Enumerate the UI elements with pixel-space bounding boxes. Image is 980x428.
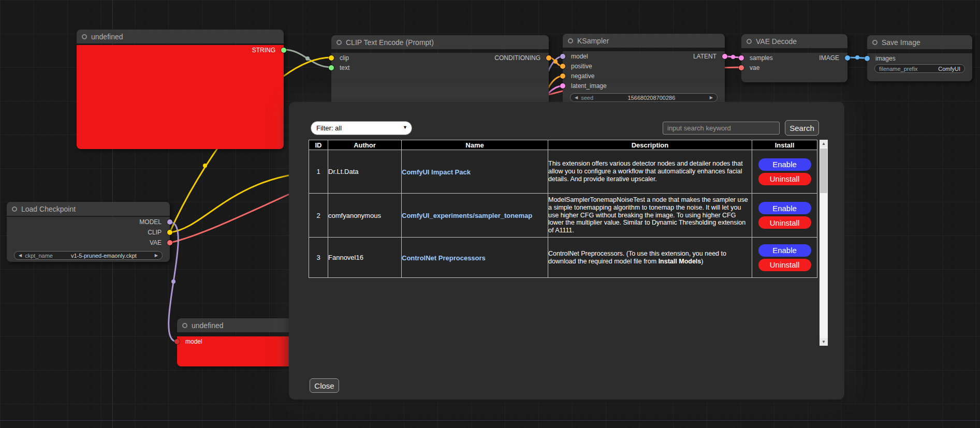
node-vae-decode[interactable]: VAE Decode samples IMAGE vae (741, 34, 847, 82)
cell-id: 1 (309, 150, 328, 194)
package-link[interactable]: ControlNet Preprocessors (402, 254, 486, 262)
search-button[interactable]: Search (785, 120, 819, 136)
input-pin-images[interactable] (865, 56, 870, 61)
filter-select[interactable]: Filter: all (311, 121, 412, 135)
node-ksampler-header[interactable]: KSampler (563, 34, 725, 48)
node-title: undefined (91, 33, 123, 41)
cell-install: Enable Uninstall (752, 194, 817, 238)
node-ksampler[interactable]: KSampler model LATENT positive negative … (563, 34, 725, 110)
link-midpoint-dot (203, 164, 207, 168)
slot-label-conditioning: CONDITIONING (494, 54, 540, 62)
slot-label-vae: vae (750, 64, 759, 71)
node-save-image-body: images filename_prefix ComfyUI (867, 53, 972, 81)
node-load-checkpoint[interactable]: Load Checkpoint MODEL CLIP VAE ◀ ckpt_na… (7, 202, 170, 262)
uninstall-button[interactable]: Uninstall (758, 173, 811, 185)
uninstall-button[interactable]: Uninstall (758, 216, 811, 229)
slot-label-latent: LATENT (693, 53, 716, 60)
filter-select-wrap: Filter: all ▼ (311, 121, 412, 135)
uninstall-button[interactable]: Uninstall (758, 259, 811, 271)
slot-label-negative: negative (571, 72, 594, 80)
node-load-checkpoint-header[interactable]: Load Checkpoint (7, 202, 170, 216)
link-midpoint-dot (305, 56, 310, 61)
node-clip-text-encode-header[interactable]: CLIP Text Encode (Prompt) (331, 35, 549, 49)
column-header-id: ID (309, 140, 328, 150)
scrollbar-thumb[interactable] (820, 149, 827, 193)
scrollbar-track[interactable]: ▲ ▼ (820, 140, 828, 346)
custom-nodes-dialog: Filter: all ▼ Search ID Author Name Desc… (289, 102, 844, 400)
input-pin-model[interactable] (560, 54, 565, 59)
input-pin-samples[interactable] (739, 55, 744, 61)
node-vae-decode-header[interactable]: VAE Decode (741, 34, 847, 48)
scroll-up-icon[interactable]: ▲ (820, 140, 828, 147)
package-link[interactable]: ComfyUI Impact Pack (402, 168, 471, 176)
search-input[interactable] (663, 122, 780, 135)
input-pin-model[interactable] (174, 339, 180, 344)
slot-label-samples: samples (750, 54, 773, 62)
input-pin-positive[interactable] (560, 64, 565, 69)
output-pin-latent[interactable] (722, 54, 727, 59)
column-header-author: Author (328, 140, 402, 150)
node-load-checkpoint-body: MODEL CLIP VAE ◀ ckpt_name v1-5-pruned-e… (7, 217, 170, 262)
seed-widget[interactable]: ◀ seed 156680208700286 ▶ (570, 93, 718, 102)
table-row: 2 comfyanonymous ComfyUI_experiments/sam… (309, 194, 817, 238)
slot-label-clip-out: CLIP (148, 229, 162, 236)
slot-label-image: IMAGE (819, 54, 839, 62)
output-pin-string[interactable] (281, 48, 286, 53)
cell-author: Dr.Lt.Data (328, 150, 402, 194)
link-midpoint-dot (855, 55, 859, 60)
node-undefined-bottom[interactable]: undefined model (177, 318, 292, 366)
enable-button[interactable]: Enable (758, 158, 811, 171)
output-pin-image[interactable] (845, 55, 850, 61)
column-header-description: Description (548, 140, 752, 150)
filename-prefix-widget[interactable]: filename_prefix ComfyUI (874, 64, 965, 73)
node-title: undefined (192, 321, 224, 330)
slot-label-vae-out: VAE (150, 239, 162, 246)
node-undefined-top-header[interactable]: undefined (77, 29, 284, 43)
cell-author: comfyanonymous (328, 194, 402, 238)
decrement-icon[interactable]: ◀ (19, 254, 22, 258)
input-pin-vae[interactable] (739, 65, 744, 70)
node-canvas[interactable]: undefined STRING CLIP Text Encode (Promp… (0, 0, 980, 428)
cell-description: This extension offers various detector n… (548, 150, 752, 194)
slot-label-positive: positive (571, 63, 592, 70)
link-midpoint-dot (731, 55, 735, 59)
node-title: CLIP Text Encode (Prompt) (346, 38, 434, 47)
cell-install: Enable Uninstall (752, 150, 817, 194)
scroll-down-icon[interactable]: ▼ (820, 338, 828, 346)
input-pin-clip[interactable] (329, 55, 334, 61)
node-status-icon (568, 38, 573, 43)
node-save-image-header[interactable]: Save Image (867, 35, 972, 49)
slot-label-model-out: MODEL (139, 218, 162, 226)
node-status-icon (182, 323, 187, 328)
close-button[interactable]: Close (310, 378, 339, 393)
cell-description: ModelSamplerTonemapNoiseTest a node that… (548, 194, 752, 238)
ckpt-name-value: v1-5-pruned-emaonly.ckpt (56, 253, 152, 259)
cell-author: Fannovel16 (328, 238, 402, 278)
slot-label-text: text (340, 64, 349, 71)
increment-icon[interactable]: ▶ (710, 96, 713, 100)
node-clip-text-encode[interactable]: CLIP Text Encode (Prompt) clip CONDITION… (331, 35, 549, 112)
bold-install-models: Install Models (659, 258, 701, 265)
node-undefined-top[interactable]: undefined STRING (77, 29, 284, 149)
package-link[interactable]: ComfyUI_experiments/sampler_tonemap (402, 212, 532, 219)
ckpt-name-widget[interactable]: ◀ ckpt_name v1-5-pruned-emaonly.ckpt ▶ (14, 251, 163, 260)
node-title: VAE Decode (756, 37, 797, 46)
decrement-icon[interactable]: ◀ (575, 96, 578, 100)
node-undefined-bottom-header[interactable]: undefined (177, 318, 292, 332)
output-pin-clip[interactable] (167, 230, 172, 235)
input-pin-text[interactable] (329, 65, 334, 70)
output-pin-vae[interactable] (167, 240, 172, 245)
enable-button[interactable]: Enable (758, 244, 811, 257)
input-pin-latent-image[interactable] (560, 83, 565, 88)
slot-label-latent-image: latent_image (571, 82, 607, 90)
node-status-icon (82, 34, 87, 39)
output-pin-model[interactable] (167, 219, 172, 225)
column-header-name: Name (402, 140, 548, 150)
table-header-row: ID Author Name Description Install (309, 140, 817, 150)
node-save-image[interactable]: Save Image images filename_prefix ComfyU… (867, 35, 972, 81)
node-status-icon (872, 40, 877, 45)
input-pin-negative[interactable] (560, 73, 565, 79)
increment-icon[interactable]: ▶ (155, 254, 158, 258)
enable-button[interactable]: Enable (758, 202, 811, 214)
output-pin-conditioning[interactable] (546, 55, 551, 61)
